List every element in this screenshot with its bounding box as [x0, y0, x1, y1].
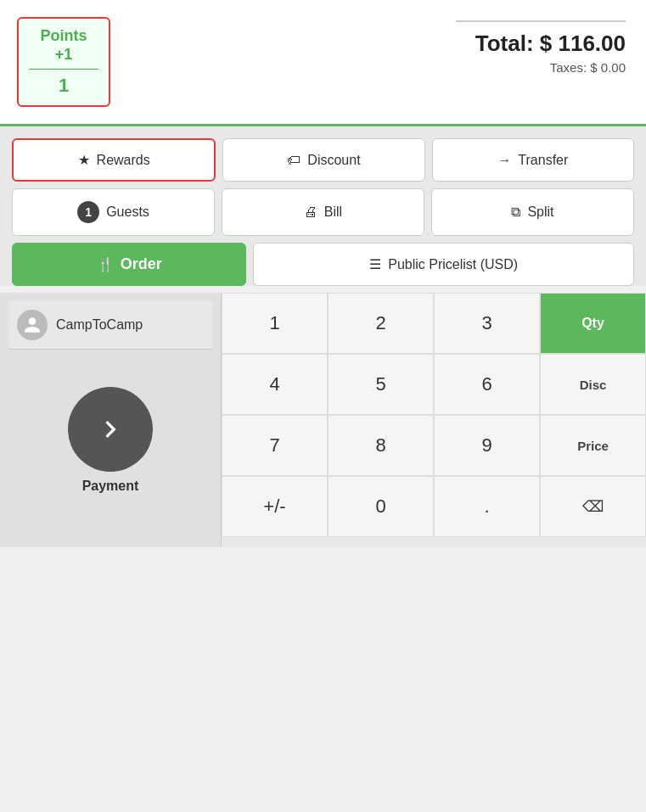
total-amount: Total: $ 116.00 — [456, 31, 626, 57]
points-label: Points +1 — [29, 27, 98, 64]
numpad-key-8[interactable]: 8 — [328, 415, 434, 476]
list-icon: ☰ — [369, 256, 381, 272]
pricelist-button[interactable]: ☰ Public Pricelist (USD) — [253, 243, 634, 286]
numpad-key-5[interactable]: 5 — [328, 354, 434, 415]
numpad-key-2[interactable]: 2 — [328, 293, 434, 354]
numpad-key-1[interactable]: 1 — [222, 293, 328, 354]
numpad-key-___[interactable]: +/- — [222, 476, 328, 537]
transfer-button[interactable]: → Transfer — [432, 138, 634, 182]
customer-name: CampToCamp — [56, 317, 143, 333]
tag-icon: 🏷 — [287, 153, 301, 168]
customer-icon — [17, 310, 48, 340]
rewards-button[interactable]: ★ Rewards — [12, 138, 216, 182]
numpad-key-6[interactable]: 6 — [434, 354, 540, 415]
customer-row: CampToCamp — [8, 301, 212, 350]
star-icon: ★ — [78, 152, 90, 168]
button-grid: ★ Rewards 🏷 Discount → Transfer 1 Guests… — [0, 126, 646, 286]
guests-button[interactable]: 1 Guests — [12, 188, 215, 236]
split-icon: ⧉ — [511, 204, 520, 220]
points-divider — [29, 69, 98, 70]
arrow-right-icon: → — [497, 153, 511, 168]
numpad-right: 123Qty456Disc789Price+/-0.⌫ — [221, 293, 646, 547]
top-section: Points +1 1 Total: $ 116.00 Taxes: $ 0.0… — [0, 0, 646, 126]
button-row-2: 1 Guests 🖨 Bill ⧉ Split — [12, 188, 634, 236]
total-area: Total: $ 116.00 Taxes: $ 0.00 — [456, 17, 626, 75]
numpad-key-7[interactable]: 7 — [222, 415, 328, 476]
numpad-key-Disc[interactable]: Disc — [540, 354, 646, 415]
payment-button[interactable] — [68, 387, 153, 472]
payment-label: Payment — [82, 479, 139, 494]
points-card: Points +1 1 — [17, 17, 110, 107]
numpad-key-9[interactable]: 9 — [434, 415, 540, 476]
numpad-key-Price[interactable]: Price — [540, 415, 646, 476]
bill-button[interactable]: 🖨 Bill — [222, 188, 424, 236]
numpad-section: CampToCamp Payment 123Qty456Disc789Price… — [0, 293, 646, 547]
discount-button[interactable]: 🏷 Discount — [222, 138, 424, 182]
utensils-icon: 🍴 — [97, 256, 114, 272]
taxes-amount: Taxes: $ 0.00 — [456, 60, 626, 75]
numpad-key-_[interactable]: ⌫ — [540, 476, 646, 537]
numpad-key-_[interactable]: . — [434, 476, 540, 537]
numpad-key-3[interactable]: 3 — [434, 293, 540, 354]
button-row-3: 🍴 Order ☰ Public Pricelist (USD) — [12, 243, 634, 286]
split-button[interactable]: ⧉ Split — [431, 188, 634, 236]
numpad-key-0[interactable]: 0 — [328, 476, 434, 537]
print-icon: 🖨 — [304, 204, 317, 220]
left-panel: CampToCamp Payment — [0, 293, 221, 547]
guests-badge: 1 — [77, 201, 99, 223]
numpad-key-4[interactable]: 4 — [222, 354, 328, 415]
button-row-1: ★ Rewards 🏷 Discount → Transfer — [12, 138, 634, 182]
numpad-key-Qty[interactable]: Qty — [540, 293, 646, 354]
order-button[interactable]: 🍴 Order — [12, 243, 246, 286]
points-value: 1 — [29, 75, 98, 97]
